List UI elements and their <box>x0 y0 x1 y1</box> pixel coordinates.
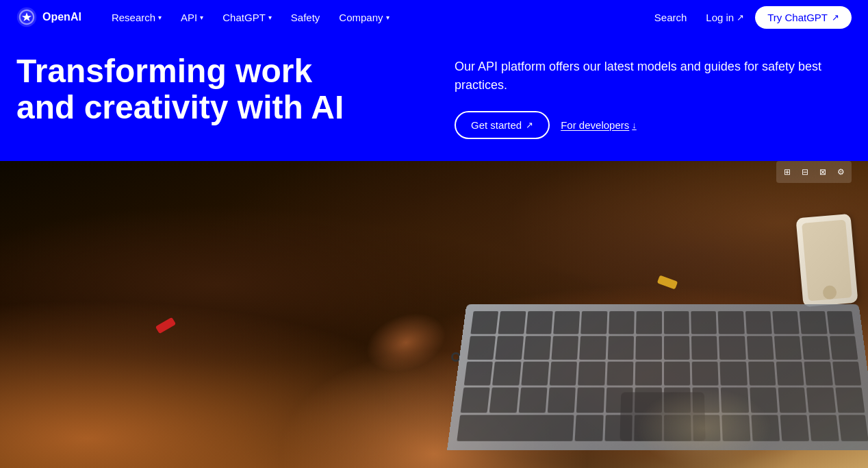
hero-title: Transforming work and creativity with AI <box>16 53 372 126</box>
chatgpt-chevron: ▾ <box>268 14 272 21</box>
search-label: Search <box>654 12 687 23</box>
image-toolbar-btn-1[interactable]: ⊞ <box>779 164 795 180</box>
main-navigation: OpenAI Research ▾ API ▾ ChatGPT ▾ Safety… <box>0 0 868 34</box>
try-label: Try ChatGPT <box>767 12 828 23</box>
image-toolbar-btn-3[interactable]: ⊠ <box>815 164 831 180</box>
nav-links: Research ▾ API ▾ ChatGPT ▾ Safety Compan… <box>103 6 646 29</box>
login-button[interactable]: Log in ↗ <box>698 6 752 29</box>
hero-right: Our API platform offers our latest model… <box>455 53 852 139</box>
nav-research[interactable]: Research ▾ <box>103 6 170 29</box>
login-arrow: ↗ <box>737 12 744 23</box>
brand-logo[interactable]: OpenAI <box>16 7 81 27</box>
hero-description: Our API platform offers our latest model… <box>455 58 824 95</box>
api-chevron: ▾ <box>200 14 203 21</box>
phone-visual <box>795 214 858 307</box>
brand-name: OpenAI <box>42 11 81 23</box>
search-button[interactable]: Search <box>646 6 695 29</box>
nav-api[interactable]: API ▾ <box>173 6 212 29</box>
image-toolbar-btn-4[interactable]: ⚙ <box>832 164 849 180</box>
hero-image <box>0 161 868 468</box>
nav-safety[interactable]: Safety <box>283 6 329 29</box>
for-developers-button[interactable]: For developers ↓ <box>561 119 637 131</box>
get-started-button[interactable]: Get started ↗ <box>455 111 550 139</box>
research-chevron: ▾ <box>158 14 162 21</box>
nav-actions: Search Log in ↗ Try ChatGPT ↗ <box>646 6 852 29</box>
nav-chatgpt[interactable]: ChatGPT ▾ <box>214 6 280 29</box>
hero-buttons: Get started ↗ For developers ↓ <box>455 111 852 139</box>
hero-left: Transforming work and creativity with AI <box>16 53 413 126</box>
try-chatgpt-button[interactable]: Try ChatGPT ↗ <box>755 6 852 29</box>
couch-texture <box>635 387 772 468</box>
login-label: Log in <box>706 12 734 23</box>
nav-company[interactable]: Company ▾ <box>331 6 397 29</box>
hero-section: Transforming work and creativity with AI… <box>0 34 868 161</box>
image-toolbar-btn-2[interactable]: ⊟ <box>797 164 813 180</box>
image-toolbar: ⊞ ⊟ ⊠ ⚙ <box>776 161 852 183</box>
company-chevron: ▾ <box>386 14 390 21</box>
hero-image-area: ⊞ ⊟ ⊠ ⚙ <box>0 161 868 468</box>
try-arrow: ↗ <box>832 12 839 23</box>
